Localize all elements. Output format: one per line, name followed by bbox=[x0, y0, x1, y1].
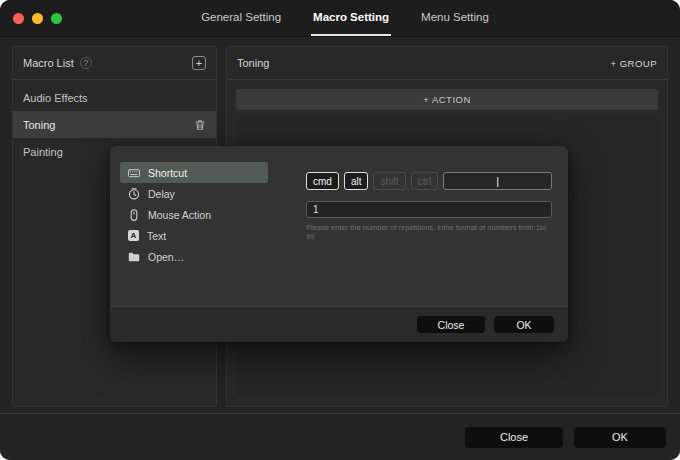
mouse-icon bbox=[128, 209, 140, 221]
action-editor-modal: Shortcut Delay Mouse bbox=[110, 146, 568, 342]
action-type-label: Open… bbox=[148, 251, 184, 263]
delete-macro-icon[interactable] bbox=[194, 119, 206, 131]
action-type-open[interactable]: Open… bbox=[120, 246, 268, 267]
macro-item-label: Toning bbox=[23, 119, 55, 131]
action-type-label: Shortcut bbox=[148, 167, 187, 179]
action-type-list: Shortcut Delay Mouse bbox=[120, 162, 268, 306]
footer-ok-button[interactable]: OK bbox=[574, 427, 666, 448]
repeat-helper-text: Please enter the number of repetitions, … bbox=[306, 223, 552, 241]
macro-list-header: Macro List ? + bbox=[13, 47, 216, 80]
text-icon: A bbox=[128, 230, 139, 241]
action-type-label: Text bbox=[147, 230, 166, 242]
modifier-shift-button[interactable]: shift bbox=[373, 172, 405, 190]
macro-item-toning[interactable]: Toning bbox=[13, 111, 216, 138]
zoom-window-button[interactable] bbox=[51, 13, 62, 24]
action-type-delay[interactable]: Delay bbox=[120, 183, 268, 204]
modifier-cmd-button[interactable]: cmd bbox=[306, 172, 339, 190]
modal-close-button[interactable]: Close bbox=[417, 316, 485, 333]
traffic-lights bbox=[13, 0, 62, 36]
main-content: Macro List ? + Audio Effects Toning Pain… bbox=[12, 46, 668, 407]
help-icon[interactable]: ? bbox=[80, 57, 92, 69]
minimize-window-button[interactable] bbox=[32, 13, 43, 24]
footer-close-button[interactable]: Close bbox=[465, 427, 563, 448]
modifier-ctrl-button[interactable]: ctrl bbox=[411, 172, 438, 190]
clock-icon bbox=[128, 188, 140, 200]
action-editor-body: Shortcut Delay Mouse bbox=[110, 146, 568, 306]
modifier-row: cmd alt shift ctrl | bbox=[306, 172, 552, 190]
action-type-shortcut[interactable]: Shortcut bbox=[120, 162, 268, 183]
action-type-text[interactable]: A Text bbox=[120, 225, 268, 246]
action-type-label: Delay bbox=[148, 188, 175, 200]
modifier-alt-button[interactable]: alt bbox=[344, 172, 369, 190]
group-header: Toning + GROUP bbox=[227, 47, 667, 80]
add-group-button[interactable]: + GROUP bbox=[610, 58, 657, 69]
action-type-label: Mouse Action bbox=[148, 209, 211, 221]
add-macro-button[interactable]: + bbox=[192, 56, 206, 70]
add-action-button[interactable]: + ACTION bbox=[236, 89, 658, 110]
repeat-count-input[interactable] bbox=[306, 201, 552, 218]
macro-item-label: Audio Effects bbox=[23, 92, 88, 104]
modal-footer: Close OK bbox=[110, 306, 568, 342]
tab-menu-setting[interactable]: Menu Setting bbox=[419, 0, 491, 36]
shortcut-key-input[interactable]: | bbox=[443, 172, 552, 190]
macro-item-label: Painting bbox=[23, 146, 63, 158]
keyboard-icon bbox=[128, 167, 140, 179]
shortcut-form: cmd alt shift ctrl | Please enter the nu… bbox=[306, 162, 552, 306]
modal-ok-button[interactable]: OK bbox=[494, 316, 554, 333]
macro-item-audio-effects[interactable]: Audio Effects bbox=[13, 84, 216, 111]
app-window: General Setting Macro Setting Menu Setti… bbox=[0, 0, 680, 460]
settings-tabs: General Setting Macro Setting Menu Setti… bbox=[199, 0, 491, 36]
folder-icon bbox=[128, 251, 140, 263]
tab-general-setting[interactable]: General Setting bbox=[199, 0, 283, 36]
action-type-mouse-action[interactable]: Mouse Action bbox=[120, 204, 268, 225]
titlebar: General Setting Macro Setting Menu Setti… bbox=[0, 0, 680, 37]
text-caret: | bbox=[496, 175, 499, 187]
group-title: Toning bbox=[237, 57, 269, 69]
close-window-button[interactable] bbox=[13, 13, 24, 24]
tab-macro-setting[interactable]: Macro Setting bbox=[311, 0, 391, 36]
window-footer: Close OK bbox=[0, 413, 680, 460]
macro-list-title: Macro List bbox=[23, 57, 74, 69]
